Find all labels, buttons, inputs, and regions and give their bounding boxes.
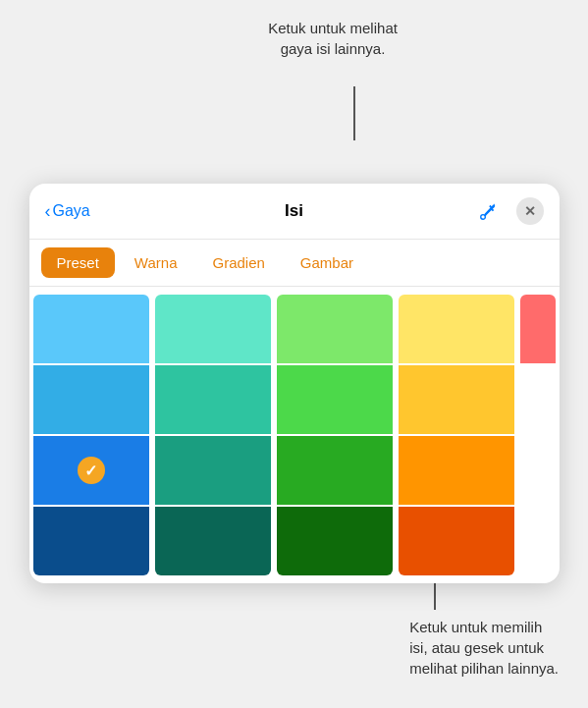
color-cell[interactable]	[277, 436, 393, 505]
color-grid: ✓	[29, 287, 560, 583]
color-cell[interactable]	[155, 295, 271, 363]
color-cell[interactable]	[155, 507, 271, 575]
color-cell[interactable]: ✓	[33, 436, 149, 505]
tab-gambar[interactable]: Gambar	[285, 247, 369, 278]
color-cell[interactable]	[277, 365, 393, 434]
color-cell[interactable]	[33, 365, 149, 434]
color-column-yellow-orange	[399, 295, 514, 575]
eyedropper-button[interactable]	[473, 195, 505, 227]
color-cell[interactable]	[399, 365, 514, 434]
close-button[interactable]: ✕	[516, 197, 544, 225]
close-icon: ✕	[524, 203, 536, 219]
callout-line-top	[353, 86, 355, 140]
color-cell[interactable]	[399, 507, 514, 575]
color-cell[interactable]	[33, 507, 149, 575]
tooltip-top: Ketuk untuk melihat gaya isi lainnya.	[268, 18, 398, 59]
eyedropper-icon	[478, 200, 500, 222]
color-cell[interactable]	[399, 436, 514, 505]
tab-preset[interactable]: Preset	[41, 247, 115, 278]
tab-warna[interactable]: Warna	[119, 247, 193, 278]
color-cell[interactable]	[33, 295, 149, 363]
color-cell[interactable]	[399, 295, 514, 363]
tab-gradien[interactable]: Gradien	[196, 247, 280, 278]
color-column-green	[277, 295, 393, 575]
color-cell[interactable]	[155, 436, 271, 505]
color-column-teal	[155, 295, 271, 575]
color-cell[interactable]	[277, 507, 393, 575]
svg-point-0	[480, 215, 485, 220]
color-cell[interactable]	[155, 365, 271, 434]
fill-panel: ‹ Gaya Isi ✕ Preset Warna Gradien	[29, 184, 560, 583]
color-column-blue: ✓	[33, 295, 149, 575]
selected-check-badge: ✓	[78, 457, 105, 484]
panel-title: Isi	[285, 201, 303, 221]
color-cell[interactable]	[277, 295, 393, 363]
back-label: Gaya	[53, 202, 90, 220]
back-button[interactable]: ‹ Gaya	[45, 201, 90, 222]
color-cell[interactable]	[520, 295, 555, 363]
tooltip-bottom: Ketuk untuk memilih isi, atau gesek untu…	[409, 617, 559, 679]
panel-header: ‹ Gaya Isi ✕	[29, 184, 560, 240]
tabs-row: Preset Warna Gradien Gambar	[29, 240, 560, 287]
header-actions: ✕	[473, 195, 544, 227]
color-column-partial	[520, 295, 555, 575]
back-chevron-icon: ‹	[45, 201, 51, 222]
